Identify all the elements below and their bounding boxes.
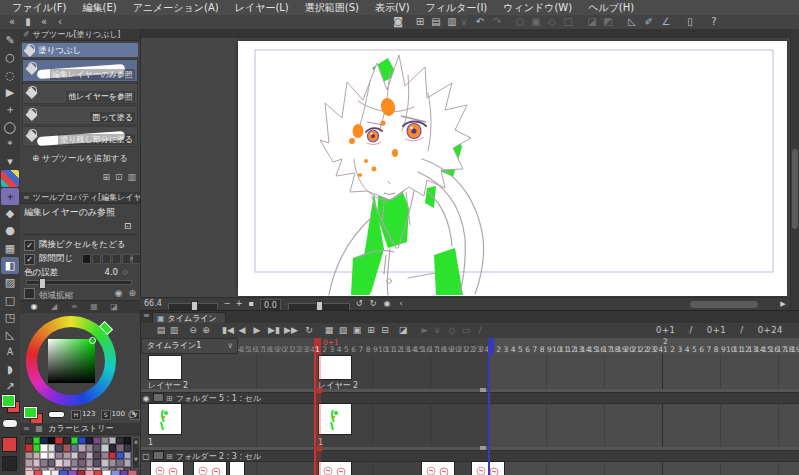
perspective-tool[interactable]: ◺ xyxy=(1,326,19,343)
history-swatch[interactable] xyxy=(55,459,63,466)
tool-property-header[interactable]: ≡ツールプロパティ[編集レイヤーの xyxy=(20,192,140,204)
reselect-icon[interactable]: ▣ xyxy=(528,15,544,29)
history-swatch[interactable] xyxy=(25,452,33,459)
lasso-tool[interactable]: ◯ xyxy=(1,119,19,136)
history-swatch[interactable] xyxy=(116,459,124,466)
pencil-icon[interactable]: ∕ xyxy=(474,323,486,338)
checkbox[interactable]: ✓ xyxy=(24,240,35,251)
menu-item-4[interactable]: 選択範囲(S) xyxy=(297,0,367,15)
menu-item-5[interactable]: 表示(V) xyxy=(367,0,418,15)
transparent-color-chip[interactable] xyxy=(48,411,65,418)
history-swatch[interactable] xyxy=(48,444,56,451)
history-swatch[interactable] xyxy=(101,444,109,451)
history-swatch[interactable] xyxy=(55,437,63,444)
toolbar-foreground-color-chip[interactable] xyxy=(2,395,15,407)
palette-swatch[interactable] xyxy=(59,470,68,475)
history-swatch[interactable] xyxy=(109,459,117,466)
subtool-item-2[interactable]: 他レイヤーを参照 xyxy=(22,83,138,104)
sv-square[interactable] xyxy=(48,339,95,383)
palette-swatch[interactable] xyxy=(34,470,43,475)
history-swatch[interactable] xyxy=(124,444,132,451)
save-menu-icon[interactable]: ∨ xyxy=(456,15,472,29)
history-swatch[interactable] xyxy=(116,437,124,444)
approx-color-tab[interactable]: ◪ xyxy=(106,301,122,313)
marquee-tool[interactable]: ◌ xyxy=(1,67,19,84)
loop-icon[interactable]: ↻ xyxy=(303,323,315,338)
palette-swatch[interactable] xyxy=(128,470,137,475)
palette-swatch[interactable] xyxy=(120,470,129,475)
label-icon[interactable]: ▭ xyxy=(460,323,472,338)
collapse-left2-icon[interactable]: « xyxy=(36,15,52,29)
history-swatch[interactable] xyxy=(86,459,94,466)
history-swatch[interactable] xyxy=(78,452,86,459)
reset-view-button[interactable]: ◉ xyxy=(382,298,392,310)
sv-marker[interactable] xyxy=(89,337,96,344)
zoom-in-button[interactable]: + xyxy=(234,298,244,310)
snap-grid-icon[interactable]: ∠ xyxy=(658,15,674,29)
cel-thumbnail[interactable] xyxy=(421,461,455,475)
foreground-color-chip[interactable] xyxy=(24,407,37,418)
key-icon[interactable]: ◇ xyxy=(446,323,458,338)
cel-thumbnail[interactable] xyxy=(318,461,352,475)
gradient-tool[interactable]: ▨ xyxy=(1,274,19,291)
folder5-header[interactable]: ◉⊞フォルダー 5 : 1 : セル xyxy=(141,392,799,404)
cel-thumbnail[interactable] xyxy=(150,461,184,475)
history-swatch[interactable] xyxy=(86,452,94,459)
playback-end-marker[interactable] xyxy=(488,338,494,354)
history-swatch[interactable] xyxy=(93,452,101,459)
rotate-cw-button[interactable]: ↻ xyxy=(368,298,378,310)
history-swatch[interactable] xyxy=(78,459,86,466)
snap-ruler-icon[interactable]: ◺ xyxy=(624,15,640,29)
history-swatch[interactable] xyxy=(25,444,33,451)
fill-select-icon[interactable]: ◪ xyxy=(584,15,600,29)
page-icon[interactable]: ▯ xyxy=(682,15,698,29)
light-table-menu-icon[interactable]: ∨ xyxy=(431,323,443,338)
history-swatch[interactable] xyxy=(101,452,109,459)
frame-tool[interactable]: ◳ xyxy=(1,309,19,326)
onion-skin-icon[interactable]: ◪ xyxy=(397,323,409,338)
timeline-new-icon[interactable]: ▤ xyxy=(155,323,167,338)
subtool-detail-icon[interactable]: ⊛ xyxy=(128,288,136,298)
history-swatch[interactable] xyxy=(101,459,109,466)
history-swatch[interactable] xyxy=(55,452,63,459)
palette-swatch[interactable] xyxy=(42,470,51,475)
canvas-horizontal-scrollbar[interactable] xyxy=(690,301,758,308)
open-file-icon[interactable]: ▤ xyxy=(428,15,444,29)
history-swatch[interactable] xyxy=(40,444,48,451)
pattern-tool[interactable]: ▦ xyxy=(1,240,19,257)
clear-select-icon[interactable]: ◩ xyxy=(600,15,616,29)
stream-line-tool[interactable]: ↗ xyxy=(1,378,19,395)
toolbar-swatch-red[interactable] xyxy=(2,437,17,452)
next-frame-icon[interactable]: ▶▮ xyxy=(265,323,283,338)
palette-swatch[interactable] xyxy=(25,470,34,475)
menu-item-2[interactable]: アニメーション(A) xyxy=(125,0,227,15)
reset-property-icon[interactable]: ◉ xyxy=(115,288,123,298)
history-swatch[interactable] xyxy=(48,437,56,444)
prev-frame-icon[interactable]: ◀ xyxy=(236,323,248,338)
history-swatch[interactable] xyxy=(124,452,132,459)
history-swatch[interactable] xyxy=(71,452,79,459)
move-tool[interactable]: ＋ xyxy=(1,101,19,118)
toolbar-transparent-chip[interactable] xyxy=(2,419,18,428)
scroll-right-arrow[interactable]: ▶ xyxy=(778,298,788,310)
duplicate-subtool-icon[interactable]: ⊡ xyxy=(115,172,123,182)
history-swatch[interactable] xyxy=(93,444,101,451)
cel-settings-icon[interactable]: ▣ xyxy=(351,323,363,338)
history-swatch[interactable] xyxy=(116,444,124,451)
palette-swatch[interactable] xyxy=(111,470,120,475)
history-swatch[interactable] xyxy=(78,444,86,451)
menu-item-0[interactable]: ファイル(F) xyxy=(4,0,75,15)
cel-thumbnail[interactable] xyxy=(148,355,182,380)
subtool-item-4[interactable]: 塗り残し部分に塗る xyxy=(22,126,138,147)
property-option-1[interactable]: ✓隙間閉じ› xyxy=(24,253,136,264)
menu-item-6[interactable]: フィルター(I) xyxy=(418,0,496,15)
menu-item-1[interactable]: 編集(E) xyxy=(75,0,125,15)
delete-cel-icon[interactable]: ⊟ xyxy=(379,323,391,338)
deselect-icon[interactable]: ○ xyxy=(512,15,528,29)
timeline-tracks[interactable]: レイヤー 2レイヤー 2◉⊞フォルダー 5 : 1 : セル11▢⊞フォルダー … xyxy=(141,354,799,475)
play-icon[interactable]: ▶ xyxy=(251,323,263,338)
subtool-item-3[interactable]: 囲って塗る xyxy=(22,105,138,125)
snap-special-icon[interactable]: ✐ xyxy=(641,15,657,29)
history-swatch[interactable] xyxy=(33,444,41,451)
cel-thumbnail[interactable] xyxy=(318,403,352,435)
